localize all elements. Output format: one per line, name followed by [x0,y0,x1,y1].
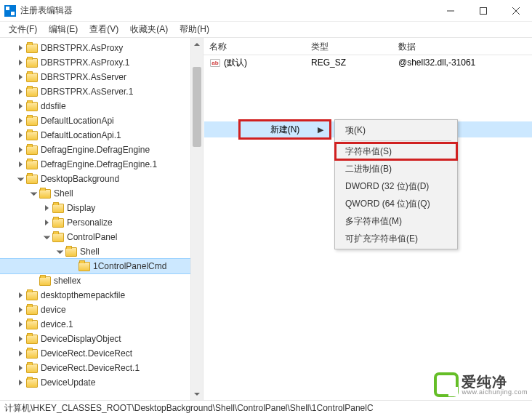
tree-item-label: DefaultLocationApi [41,116,114,126]
menu-file[interactable]: 文件(F) [3,22,43,37]
tree-item-label: device.1 [41,319,73,329]
tree-pane[interactable]: DBRSTPRX.AsProxyDBRSTPRX.AsProxy.1DBRSTP… [0,38,203,400]
chevron-expanded-icon[interactable] [29,189,38,198]
folder-icon [39,189,51,199]
menu-view[interactable]: 查看(V) [84,22,124,37]
value-data: @shell32.dll,-31061 [392,57,532,68]
chevron-expanded-icon[interactable] [16,175,25,183]
title-bar: 注册表编辑器 [0,0,532,22]
submenu-multistring-value[interactable]: 多字符串值(M) [335,212,457,230]
scroll-up-icon[interactable] [191,38,203,50]
context-menu-new[interactable]: 新建(N) ▶ [238,119,331,140]
menu-help[interactable]: 帮助(H) [174,22,215,37]
maximize-button[interactable] [467,0,499,22]
chevron-collapsed-icon[interactable] [16,291,25,300]
chevron-collapsed-icon[interactable] [16,160,25,169]
window-controls [434,0,532,22]
chevron-collapsed-icon[interactable] [16,305,25,314]
submenu-string-value[interactable]: 字符串值(S) [335,143,457,160]
folder-icon [26,320,38,329]
folder-icon [26,58,38,68]
tree-item[interactable]: DefaultLocationApi.1 [0,128,203,143]
tree-item-label: DBRSTPRX.AsProxy.1 [41,57,129,68]
tree-item-label: device [41,305,66,315]
chevron-collapsed-icon[interactable] [16,102,25,111]
folder-icon [78,262,90,271]
tree-item[interactable]: DefragEngine.DefragEngine [0,143,203,157]
scroll-thumb[interactable] [193,67,201,147]
tree-item[interactable]: device.1 [0,317,203,332]
chevron-collapsed-icon[interactable] [16,335,25,343]
tree-item[interactable]: Shell [0,244,203,259]
tree-item[interactable]: DeviceRect.DeviceRect.1 [0,361,203,375]
tree-item[interactable]: Shell [0,186,203,201]
tree-scrollbar[interactable] [190,38,203,400]
chevron-collapsed-icon[interactable] [16,58,25,67]
submenu-expandable-value[interactable]: 可扩充字符串值(E) [335,230,457,247]
chevron-collapsed-icon[interactable] [16,44,25,52]
chevron-collapsed-icon[interactable] [16,73,25,81]
folder-icon [26,44,38,53]
tree-item[interactable]: DeviceUpdate [0,375,203,390]
menu-favorites[interactable]: 收藏夹(A) [124,22,174,37]
tree-item[interactable]: Display [0,201,203,215]
tree-item[interactable]: ddsfile [0,99,203,113]
tree-item-label: DBRSTPRX.AsServer [41,72,126,82]
tree-item[interactable]: DBRSTPRX.AsProxy.1 [0,55,203,70]
tree-item[interactable]: DBRSTPRX.AsServer.1 [0,84,203,99]
chevron-collapsed-icon[interactable] [16,378,25,387]
chevron-collapsed-icon[interactable] [16,349,25,358]
chevron-collapsed-icon[interactable] [16,364,25,372]
tree-item[interactable]: DesktopBackground [0,172,203,186]
tree-item-label: DefragEngine.DefragEngine.1 [41,159,157,169]
context-new-label: 新建(N) [270,124,300,136]
tree-item[interactable]: DefaultLocationApi [0,113,203,128]
col-data[interactable]: 数据 [392,38,532,55]
tree-item-label: shellex [54,276,81,286]
chevron-collapsed-icon[interactable] [16,320,25,329]
col-type[interactable]: 类型 [305,38,392,55]
close-button[interactable] [499,0,532,22]
chevron-collapsed-icon[interactable] [42,218,51,227]
folder-icon [52,218,64,228]
chevron-expanded-icon[interactable] [42,233,51,241]
app-icon [4,5,16,17]
chevron-collapsed-icon[interactable] [16,131,25,140]
chevron-collapsed-icon[interactable] [16,145,25,154]
menu-edit[interactable]: 编辑(E) [43,22,84,37]
tree-item[interactable]: ControlPanel [0,230,203,244]
tree-item-label: Shell [80,247,100,257]
folder-icon [26,116,38,126]
status-bar: 计算机\HKEY_CLASSES_ROOT\DesktopBackground\… [0,400,532,416]
tree-item[interactable]: DeviceDisplayObject [0,332,203,346]
svg-rect-1 [480,7,486,14]
tree-item-label: DeviceRect.DeviceRect [41,348,132,359]
chevron-expanded-icon[interactable] [55,247,64,256]
tree-item[interactable]: DeviceRect.DeviceRect [0,346,203,361]
chevron-collapsed-icon[interactable] [42,204,51,212]
submenu-key[interactable]: 项(K) [335,121,457,139]
menu-bar: 文件(F) 编辑(E) 查看(V) 收藏夹(A) 帮助(H) [0,22,532,38]
list-row[interactable]: (默认) REG_SZ @shell32.dll,-31061 [203,55,532,70]
minimize-button[interactable] [434,0,467,22]
tree-item-label: ddsfile [41,101,66,111]
tree-item[interactable]: desktopthemepackfile [0,288,203,303]
chevron-collapsed-icon[interactable] [16,87,25,96]
tree-item[interactable]: Personalize [0,215,203,230]
submenu-arrow-icon: ▶ [318,125,323,135]
tree-item[interactable]: 1ControlPanelCmd [0,259,203,273]
chevron-collapsed-icon[interactable] [16,116,25,125]
submenu-qword-value[interactable]: QWORD (64 位)值(Q) [335,195,457,212]
tree-item[interactable]: DBRSTPRX.AsProxy [0,41,203,55]
folder-icon [26,131,38,140]
tree-item[interactable]: shellex [0,273,203,288]
folder-icon [26,378,38,388]
col-name[interactable]: 名称 [203,38,305,55]
scroll-down-icon[interactable] [191,388,203,400]
tree-item[interactable]: DBRSTPRX.AsServer [0,70,203,84]
submenu-dword-value[interactable]: DWORD (32 位)值(D) [335,177,457,195]
submenu-binary-value[interactable]: 二进制值(B) [335,160,457,177]
tree-item[interactable]: DefragEngine.DefragEngine.1 [0,157,203,172]
tree-item-label: desktopthemepackfile [41,290,125,300]
tree-item[interactable]: device [0,303,203,317]
